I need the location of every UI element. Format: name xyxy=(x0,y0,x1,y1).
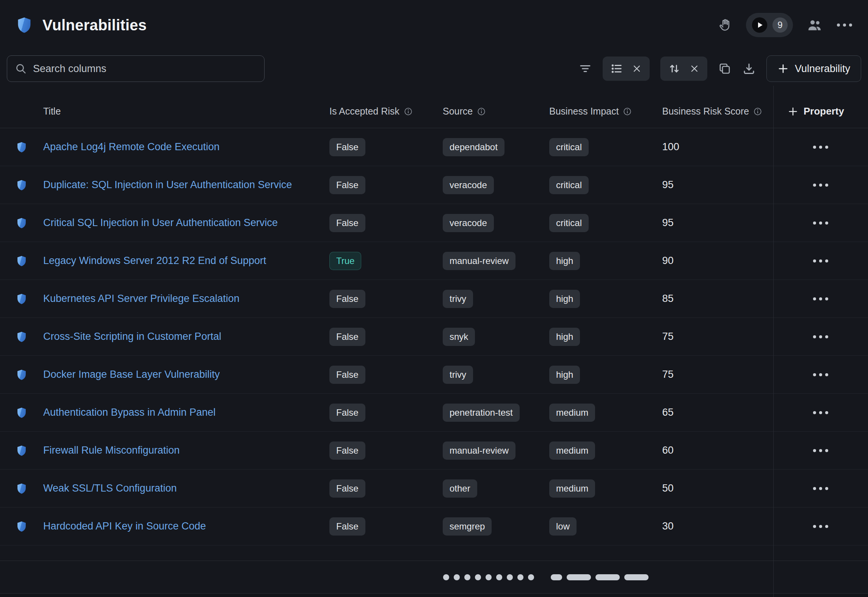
cell-business-risk-score: 75 xyxy=(662,331,773,342)
row-actions-button[interactable] xyxy=(809,407,832,419)
accepted-risk-badge: False xyxy=(329,290,365,308)
cell-business-impact: critical xyxy=(549,138,662,156)
copy-icon[interactable] xyxy=(718,62,732,75)
cell-source: dependabot xyxy=(443,138,549,156)
row-actions-button[interactable] xyxy=(809,141,832,153)
cell-source: manual-review xyxy=(443,441,549,460)
row-actions-button[interactable] xyxy=(809,293,832,305)
row-actions-button[interactable] xyxy=(809,482,832,495)
cell-business-risk-score: 65 xyxy=(662,407,773,418)
row-shield-icon xyxy=(0,445,43,457)
vulnerability-title-link[interactable]: Cross-Site Scripting in Customer Portal xyxy=(43,331,221,342)
business-impact-badge: medium xyxy=(549,404,595,422)
cell-source: veracode xyxy=(443,176,549,194)
cell-business-impact: high xyxy=(549,366,662,384)
vulnerability-title-link[interactable]: Hardcoded API Key in Source Code xyxy=(43,520,206,532)
accepted-risk-badge: False xyxy=(329,328,365,346)
vulnerability-title-link[interactable]: Critical SQL Injection in User Authentic… xyxy=(43,217,278,228)
cell-source: manual-review xyxy=(443,252,549,270)
row-shield-icon xyxy=(0,482,43,495)
skeleton-dot xyxy=(517,574,523,580)
source-badge: dependabot xyxy=(443,138,505,156)
filter-icon[interactable] xyxy=(578,62,592,75)
skeleton-dot xyxy=(464,574,470,580)
vulnerability-title-link[interactable]: Authentication Bypass in Admin Panel xyxy=(43,407,216,418)
plus-icon xyxy=(777,63,789,74)
skeleton-dot xyxy=(454,574,460,580)
property-column-divider xyxy=(773,86,774,597)
table-row: Duplicate: SQL Injection in User Authent… xyxy=(0,166,868,204)
row-shield-icon xyxy=(0,255,43,267)
cell-business-impact: medium xyxy=(549,404,662,422)
accepted-risk-badge: False xyxy=(329,214,365,232)
sort-icon[interactable] xyxy=(668,62,681,75)
users-icon[interactable] xyxy=(807,17,823,33)
list-view-icon[interactable] xyxy=(610,62,623,75)
skeleton-dot xyxy=(443,574,449,580)
table-row: Legacy Windows Server 2012 R2 End of Sup… xyxy=(0,242,868,280)
vulnerability-title-link[interactable]: Apache Log4j Remote Code Execution xyxy=(43,141,219,152)
row-actions-button[interactable] xyxy=(809,217,832,229)
cell-actions xyxy=(773,369,868,381)
more-options-icon[interactable] xyxy=(836,23,853,27)
clear-group-by-icon[interactable] xyxy=(631,63,642,74)
info-icon[interactable] xyxy=(623,107,631,116)
cell-actions xyxy=(773,293,868,305)
row-shield-icon xyxy=(0,179,43,191)
business-impact-badge: critical xyxy=(549,176,589,194)
app-shield-logo-icon xyxy=(15,16,33,34)
toolbar: Vulnerability xyxy=(7,55,861,82)
column-label: Business Risk Score xyxy=(662,106,749,117)
vulnerability-title-link[interactable]: Legacy Windows Server 2012 R2 End of Sup… xyxy=(43,255,266,266)
page-title: Vulnerabilities xyxy=(42,17,147,34)
cell-accepted-risk: False xyxy=(329,441,443,460)
vulnerability-title-link[interactable]: Weak SSL/TLS Configuration xyxy=(43,482,177,494)
info-icon[interactable] xyxy=(477,107,486,116)
cell-source: semgrep xyxy=(443,517,549,536)
row-shield-icon xyxy=(0,293,43,305)
cell-business-impact: low xyxy=(549,517,662,536)
runs-button[interactable]: 9 xyxy=(746,13,793,37)
cell-title: Firewall Rule Misconfiguration xyxy=(43,445,329,456)
source-badge: veracode xyxy=(443,176,494,194)
toolbar-actions: Vulnerability xyxy=(578,55,861,82)
cell-title: Weak SSL/TLS Configuration xyxy=(43,482,329,494)
info-icon[interactable] xyxy=(404,107,412,116)
vulnerability-title-link[interactable]: Kubernetes API Server Privilege Escalati… xyxy=(43,293,240,304)
row-actions-button[interactable] xyxy=(809,520,832,533)
cell-accepted-risk: False xyxy=(329,214,443,232)
row-actions-button[interactable] xyxy=(809,369,832,381)
business-impact-badge: high xyxy=(549,290,580,308)
business-impact-badge: critical xyxy=(549,138,589,156)
cell-accepted-risk: False xyxy=(329,290,443,308)
table-row: Hardcoded API Key in Source Code False s… xyxy=(0,507,868,545)
add-property-label: Property xyxy=(804,105,844,117)
clear-sort-icon[interactable] xyxy=(689,63,700,74)
row-actions-button[interactable] xyxy=(809,445,832,457)
add-vulnerability-button[interactable]: Vulnerability xyxy=(766,55,861,82)
vulnerability-title-link[interactable]: Docker Image Base Layer Vulnerability xyxy=(43,369,220,380)
accepted-risk-badge: False xyxy=(329,138,365,156)
info-icon[interactable] xyxy=(754,107,762,116)
skeleton-pill xyxy=(595,574,620,580)
row-actions-button[interactable] xyxy=(809,331,832,343)
row-actions-button[interactable] xyxy=(809,255,832,267)
vulnerability-title-link[interactable]: Firewall Rule Misconfiguration xyxy=(43,445,180,456)
table-body: Apache Log4j Remote Code Execution False… xyxy=(0,128,868,545)
sort-pill xyxy=(660,57,707,81)
table-header: Title Is Accepted Risk Source Business I… xyxy=(0,95,868,128)
cell-actions xyxy=(773,217,868,229)
business-impact-badge: high xyxy=(549,366,580,384)
source-badge: penetration-test xyxy=(443,404,520,422)
add-property-button[interactable]: Property xyxy=(773,105,844,117)
column-label: Is Accepted Risk xyxy=(329,106,400,117)
table-row: Authentication Bypass in Admin Panel Fal… xyxy=(0,394,868,432)
search-input[interactable] xyxy=(33,63,257,75)
row-shield-icon xyxy=(0,141,43,153)
hand-icon[interactable] xyxy=(719,18,732,32)
vulnerability-title-link[interactable]: Duplicate: SQL Injection in User Authent… xyxy=(43,179,292,190)
play-icon xyxy=(751,17,768,33)
download-icon[interactable] xyxy=(742,62,756,75)
row-shield-icon xyxy=(0,217,43,229)
row-actions-button[interactable] xyxy=(809,179,832,191)
